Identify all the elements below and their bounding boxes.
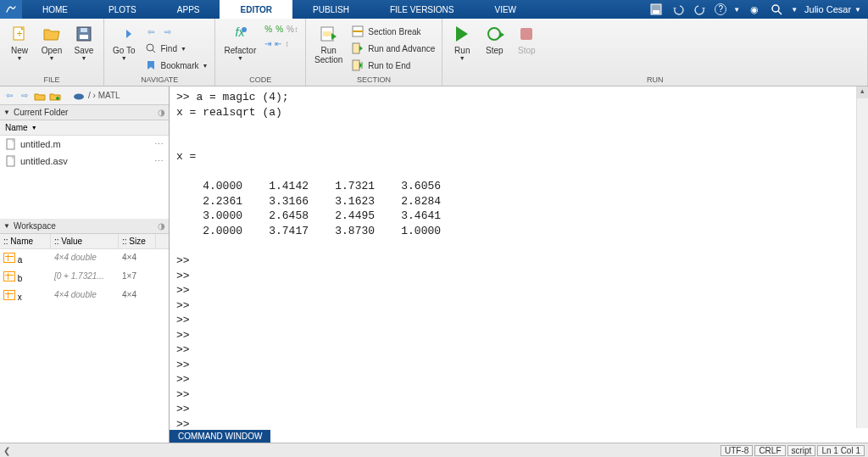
var-name: a xyxy=(18,255,23,265)
find-icon xyxy=(144,42,158,55)
var-value: [0 + 1.7321... xyxy=(51,270,119,285)
tab-publish[interactable]: PUBLISH xyxy=(292,0,370,19)
help-dropdown-icon[interactable]: ▼ xyxy=(733,6,740,14)
status-left-icon[interactable]: ❮ xyxy=(3,446,10,455)
save-button[interactable]: Save▼ xyxy=(70,22,98,63)
section-break-button[interactable]: Section Break xyxy=(349,24,437,39)
folder-up-icon[interactable] xyxy=(34,90,46,102)
tab-file-versions[interactable]: FILE VERSIONS xyxy=(370,0,475,19)
tab-editor[interactable]: EDITOR xyxy=(220,0,292,19)
var-size: 1×7 xyxy=(119,270,156,285)
current-folder-title: Current Folder xyxy=(14,108,68,117)
address-bar: ⇦ ⇨ / › MATL xyxy=(0,86,169,105)
app-logo[interactable] xyxy=(0,0,22,19)
toolgroup-navigate: Go To▼ ⇦ ⇨ Find ▼ Bookmark ▼ NAVIG xyxy=(104,19,215,86)
tab-plots[interactable]: PLOTS xyxy=(88,0,157,19)
workspace-header[interactable]: ▼ Workspace ◑ xyxy=(0,219,169,234)
tab-home[interactable]: HOME xyxy=(22,0,88,19)
settings-gear-icon[interactable]: ◉ xyxy=(747,2,762,17)
svg-rect-1 xyxy=(653,10,659,14)
toolgroup-file-label: FILE xyxy=(0,74,103,86)
svg-rect-14 xyxy=(323,31,331,36)
toolgroup-code-label: CODE xyxy=(215,74,305,86)
code-opt-row2[interactable]: ⇥⇤↕ xyxy=(263,38,300,49)
workspace-col-header: :: Name :: Value :: Size xyxy=(0,234,169,249)
current-folder-gear-icon[interactable]: ◑ xyxy=(158,108,165,117)
code-opt-row1[interactable]: %%%↕ xyxy=(263,24,300,35)
svg-point-12 xyxy=(242,27,247,32)
status-eol[interactable]: CRLF xyxy=(754,445,785,456)
step-button[interactable]: Step xyxy=(480,22,509,57)
run-button[interactable]: Run▼ xyxy=(448,22,476,63)
command-window-content[interactable]: >> a = magic (4); x = realsqrt (a) x = 4… xyxy=(170,86,868,443)
goto-button[interactable]: Go To▼ xyxy=(109,22,139,63)
addr-back-icon[interactable]: ⇦ xyxy=(3,90,15,102)
new-file-icon: + xyxy=(9,24,30,44)
status-encoding[interactable]: UTF-8 xyxy=(721,445,753,456)
workspace-row[interactable]: x4×4 double4×4 xyxy=(0,287,169,305)
toolgroup-navigate-label: NAVIGATE xyxy=(104,74,214,86)
save-disk-icon xyxy=(74,24,94,44)
search-icon[interactable] xyxy=(769,2,784,17)
refactor-label: Refactor xyxy=(224,46,256,55)
left-pane: ⇦ ⇨ / › MATL ▼ Current Folder ◑ Name ▼ u… xyxy=(0,86,170,443)
status-mode[interactable]: script xyxy=(787,445,816,456)
undo-icon[interactable] xyxy=(670,2,686,17)
addr-forward-icon[interactable]: ⇨ xyxy=(19,90,31,102)
var-size: 4×4 xyxy=(119,251,156,266)
user-menu[interactable]: Julio Cesar▼ xyxy=(804,4,861,14)
file-list: untitled.m⋯untitled.asv⋯ xyxy=(0,136,169,219)
caret-down-icon: ▼ xyxy=(3,109,10,116)
file-more-icon[interactable]: ⋯ xyxy=(154,156,164,167)
body-area: ⇦ ⇨ / › MATL ▼ Current Folder ◑ Name ▼ u… xyxy=(0,86,868,443)
run-section-icon xyxy=(319,24,339,44)
bookmark-icon xyxy=(144,59,158,72)
redo-icon[interactable] xyxy=(693,2,708,17)
bookmark-button[interactable]: Bookmark ▼ xyxy=(142,58,210,73)
run-label: Run xyxy=(454,46,470,55)
scrollbar[interactable]: ▴ xyxy=(856,86,868,428)
run-to-end-button[interactable]: Run to End xyxy=(349,58,437,73)
current-folder-header[interactable]: ▼ Current Folder ◑ xyxy=(0,105,169,120)
refactor-button[interactable]: fx Refactor▼ xyxy=(220,22,259,63)
file-name: untitled.m xyxy=(20,139,61,149)
svg-rect-8 xyxy=(81,28,87,32)
toolgroup-section-label: SECTION xyxy=(306,74,442,86)
nav-back-icon: ⇦ xyxy=(144,25,158,38)
help-icon[interactable]: ? xyxy=(715,3,726,15)
stop-icon xyxy=(516,24,537,44)
address-path[interactable]: / › MATL xyxy=(88,91,120,100)
search-dropdown-icon[interactable]: ▼ xyxy=(791,6,798,14)
find-label: Find xyxy=(161,44,177,53)
new-button[interactable]: + New▼ xyxy=(5,22,34,63)
status-cursor-pos[interactable]: Ln 1 Col 1 xyxy=(817,445,865,456)
tab-apps[interactable]: APPS xyxy=(157,0,220,19)
run-advance-icon xyxy=(351,42,364,55)
tab-view[interactable]: VIEW xyxy=(474,0,537,19)
open-button[interactable]: Open▼ xyxy=(37,22,66,63)
open-folder-icon xyxy=(42,24,62,44)
nav-back-forward[interactable]: ⇦ ⇨ xyxy=(142,24,210,39)
workspace-row[interactable]: a4×4 double4×4 xyxy=(0,249,169,268)
file-row[interactable]: untitled.m⋯ xyxy=(0,136,169,153)
folder-browse-icon[interactable] xyxy=(49,90,61,102)
scroll-up-icon[interactable]: ▴ xyxy=(857,86,868,98)
save-icon[interactable] xyxy=(648,2,664,17)
cloud-icon[interactable] xyxy=(73,90,85,102)
step-label: Step xyxy=(486,46,504,55)
stop-button[interactable]: Stop xyxy=(512,22,541,57)
find-button[interactable]: Find ▼ xyxy=(142,41,210,56)
run-section-button[interactable]: Run Section xyxy=(311,22,346,66)
run-to-end-label: Run to End xyxy=(368,61,410,70)
current-folder-col-header[interactable]: Name ▼ xyxy=(0,120,169,136)
file-name: untitled.asv xyxy=(20,156,68,166)
run-advance-button[interactable]: Run and Advance xyxy=(349,41,437,56)
caret-down-icon: ▼ xyxy=(3,222,10,230)
workspace-gear-icon[interactable]: ◑ xyxy=(158,221,165,231)
save-label: Save xyxy=(75,46,94,55)
command-window-tab[interactable]: COMMAND WINDOW xyxy=(170,430,270,443)
workspace-row[interactable]: b[0 + 1.7321...1×7 xyxy=(0,268,169,287)
file-row[interactable]: untitled.asv⋯ xyxy=(0,153,169,170)
svg-point-21 xyxy=(74,93,84,99)
file-more-icon[interactable]: ⋯ xyxy=(154,139,164,150)
